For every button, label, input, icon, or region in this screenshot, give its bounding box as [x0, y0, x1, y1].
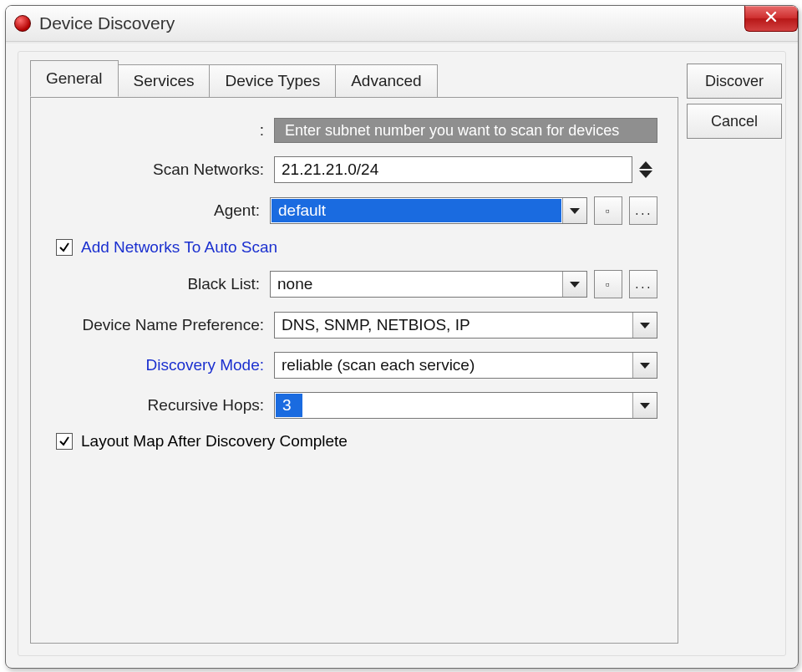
discovery-mode-combo[interactable]: reliable (scan each service) — [274, 352, 657, 379]
label-discovery-mode[interactable]: Discovery Mode: — [51, 356, 264, 374]
device-name-pref-caret — [632, 313, 657, 338]
chevron-down-icon — [639, 171, 652, 178]
blacklist-more-button[interactable]: ․․․ — [629, 270, 657, 298]
row-scan-networks: Scan Networks: — [51, 156, 657, 183]
row-device-name-pref: Device Name Preference: DNS, SNMP, NETBI… — [51, 312, 657, 339]
window-title: Device Discovery — [39, 13, 175, 33]
auto-scan-checkbox[interactable] — [56, 239, 73, 256]
scan-networks-input[interactable] — [274, 156, 632, 183]
hint-colon: : — [51, 121, 264, 140]
blacklist-combo[interactable]: none — [270, 271, 587, 298]
discovery-mode-caret — [632, 353, 657, 378]
chevron-up-icon — [639, 161, 652, 169]
discovery-mode-value: reliable (scan each service) — [275, 353, 632, 378]
side-buttons: Discover Cancel — [687, 64, 782, 139]
agent-combo-caret — [562, 198, 586, 223]
device-name-pref-combo[interactable]: DNS, SNMP, NETBIOS, IP — [274, 312, 657, 339]
titlebar: Device Discovery — [6, 6, 798, 42]
cancel-button[interactable]: Cancel — [687, 104, 782, 139]
label-device-name-pref: Device Name Preference: — [51, 316, 264, 334]
tab-general[interactable]: General — [30, 60, 119, 97]
app-icon — [14, 15, 31, 32]
chevron-down-icon — [570, 282, 580, 288]
recursive-hops-combo[interactable]: 3 — [274, 392, 657, 419]
close-icon — [764, 10, 778, 27]
tabs: General Services Device Types Advanced — [30, 64, 438, 97]
tab-services[interactable]: Services — [119, 64, 211, 98]
chevron-down-icon — [640, 403, 650, 409]
discover-button[interactable]: Discover — [687, 64, 782, 99]
label-blacklist: Black List: — [51, 275, 260, 293]
recursive-hops-value: 3 — [276, 394, 302, 417]
close-button[interactable] — [744, 6, 798, 32]
agent-more-button[interactable]: ․․․ — [629, 196, 657, 225]
auto-scan-label[interactable]: Add Networks To Auto Scan — [81, 238, 277, 257]
row-hint: : Enter subnet number you want to scan f… — [51, 118, 657, 143]
label-agent: Agent: — [51, 201, 260, 220]
chevron-down-icon — [640, 323, 650, 328]
tab-panel-general: : Enter subnet number you want to scan f… — [30, 97, 678, 644]
check-icon — [58, 242, 70, 253]
row-agent: Agent: default ▫ ․․․ — [51, 196, 657, 225]
client-area: General Services Device Types Advanced D… — [18, 51, 786, 656]
check-icon — [58, 435, 70, 447]
row-recursive-hops: Recursive Hops: 3 — [51, 392, 657, 419]
row-blacklist: Black List: none ▫ ․․․ — [51, 270, 657, 298]
row-layout-map: Layout Map After Discovery Complete — [51, 432, 657, 451]
dialog-window: Device Discovery General Services Device… — [5, 5, 799, 669]
blacklist-combo-caret — [562, 272, 586, 297]
chevron-down-icon — [570, 208, 580, 214]
hint-banner: Enter subnet number you want to scan for… — [274, 118, 657, 143]
blacklist-combo-value: none — [271, 272, 562, 297]
tab-advanced[interactable]: Advanced — [336, 64, 438, 98]
agent-combo[interactable]: default — [270, 197, 587, 224]
tab-device-types[interactable]: Device Types — [210, 64, 336, 98]
blacklist-clear-button[interactable]: ▫ — [594, 270, 622, 298]
label-recursive-hops: Recursive Hops: — [51, 396, 264, 415]
recursive-hops-caret — [632, 393, 657, 418]
layout-map-checkbox[interactable] — [56, 433, 73, 450]
row-discovery-mode: Discovery Mode: reliable (scan each serv… — [51, 352, 657, 379]
row-auto-scan: Add Networks To Auto Scan — [51, 238, 657, 257]
chevron-down-icon — [640, 363, 650, 369]
device-name-pref-value: DNS, SNMP, NETBIOS, IP — [275, 313, 632, 338]
form: : Enter subnet number you want to scan f… — [51, 118, 657, 451]
scan-networks-spinner[interactable] — [639, 161, 657, 178]
agent-clear-button[interactable]: ▫ — [594, 196, 622, 225]
label-scan-networks: Scan Networks: — [51, 160, 264, 179]
agent-combo-value: default — [272, 199, 561, 222]
layout-map-label: Layout Map After Discovery Complete — [81, 432, 348, 451]
